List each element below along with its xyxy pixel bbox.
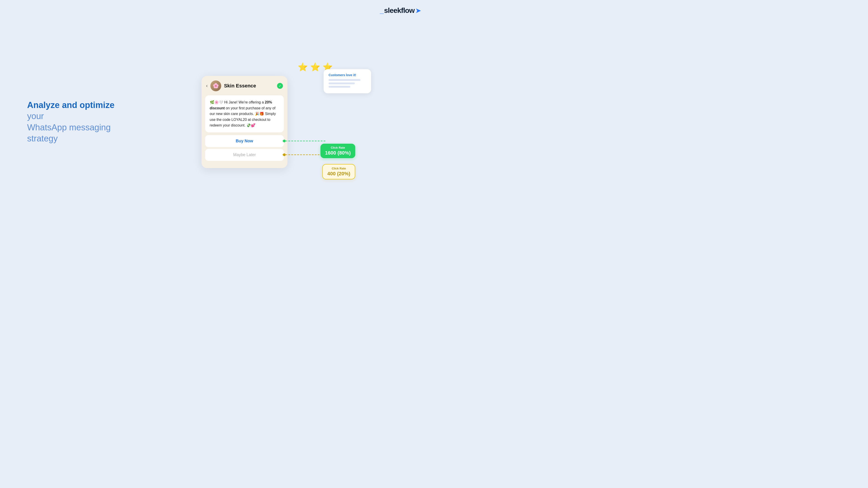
checkmark-icon: ✓ (279, 84, 281, 88)
click-rate-yellow-value: 400 (20%) (327, 171, 350, 177)
click-rate-green-badge: Click Rate 1600 (80%) (320, 144, 355, 158)
click-rate-green-value: 1600 (80%) (325, 150, 351, 156)
click-rate-yellow-label: Click Rate (327, 167, 350, 170)
maybe-later-label: Maybe Later (233, 153, 256, 157)
buy-now-container: Buy Now (205, 135, 284, 147)
discount-bold: 20% discount (210, 100, 272, 110)
review-title: Customers love it! (329, 73, 366, 77)
dashed-line-green (283, 140, 326, 141)
star-2: ⭐ (310, 62, 320, 72)
review-line-2 (329, 83, 355, 84)
hero-line2: WhatsApp messaging strategy (27, 123, 111, 143)
chat-card: ‹ 🌸 Skin Essence ✓ 🌿🌸🤍 Hi Jane! We're of… (202, 76, 287, 168)
logo-arrow-icon: ➤ (415, 7, 421, 14)
hero-text: Analyze and optimize your WhatsApp messa… (27, 100, 127, 144)
logo-text: sleekflow (384, 6, 414, 14)
buy-now-button[interactable]: Buy Now (205, 135, 284, 147)
message-bubble: 🌿🌸🤍 Hi Jane! We're offering a 20% discou… (205, 95, 284, 132)
dashed-line-yellow (283, 154, 326, 155)
hero-line1-bold: Analyze and optimize (27, 100, 114, 110)
maybe-later-container: Maybe Later (205, 149, 284, 161)
back-arrow-icon[interactable]: ‹ (206, 83, 208, 89)
contact-name: Skin Essence (224, 83, 274, 89)
hero-line1-normal: your (27, 111, 44, 121)
review-line-3 (329, 86, 350, 88)
chat-header: ‹ 🌸 Skin Essence ✓ (205, 80, 284, 91)
verified-icon: ✓ (277, 83, 283, 89)
logo-underscore: _ (380, 6, 383, 14)
review-line-1 (329, 79, 361, 81)
buy-now-label: Buy Now (236, 139, 253, 143)
logo: _sleekflow➤ (380, 6, 421, 15)
avatar: 🌸 (211, 80, 221, 91)
review-card: Customers love it! (324, 69, 371, 93)
star-1: ⭐ (298, 62, 308, 72)
click-rate-green-label: Click Rate (325, 146, 351, 149)
maybe-later-button[interactable]: Maybe Later (205, 149, 284, 161)
click-rate-yellow-badge: Click Rate 400 (20%) (322, 164, 355, 180)
chat-wrapper: ⭐ ⭐ ⭐ Customers love it! ‹ 🌸 Skin Essenc… (202, 76, 287, 168)
